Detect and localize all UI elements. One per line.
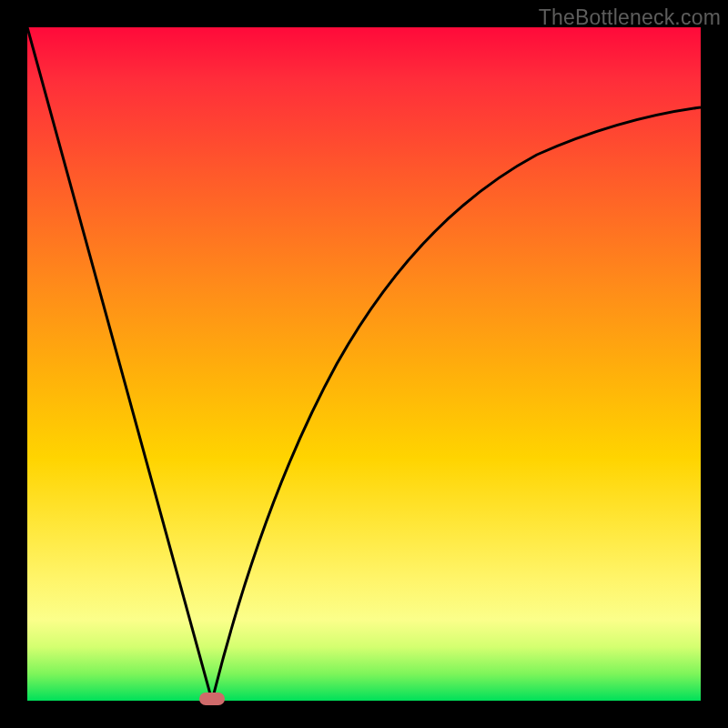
plot-area — [27, 27, 701, 701]
watermark-text: TheBottleneck.com — [539, 5, 721, 30]
curve-left — [27, 27, 212, 701]
optimum-marker — [199, 693, 225, 705]
chart-frame: TheBottleneck.com — [0, 0, 728, 728]
curve-right — [212, 107, 701, 701]
curve-layer — [27, 27, 701, 701]
